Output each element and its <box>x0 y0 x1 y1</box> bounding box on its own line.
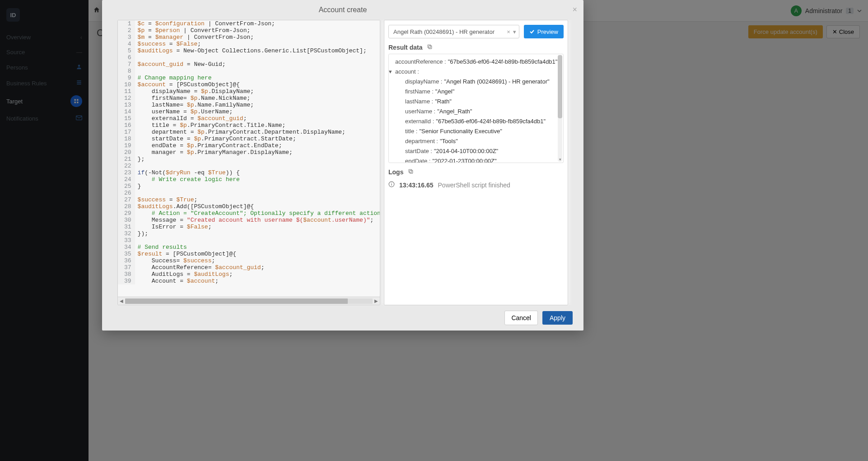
result-value: "2014-04-10T00:00:00Z" <box>434 147 498 156</box>
result-scrollbar[interactable]: ▾ <box>558 55 562 162</box>
result-value: "67be53d6-ef06-424f-b89b-fb859cfa4db1" <box>448 57 558 66</box>
svg-rect-9 <box>429 46 432 49</box>
result-row: department : "Tools" <box>392 136 561 146</box>
result-value: "Angel_Rath" <box>437 107 472 116</box>
preview-panel: Angel Rath (00248691) - HR generator × ▾… <box>384 20 568 305</box>
result-value: "Senior Functionality Executive" <box>419 127 502 136</box>
chevron-down-icon[interactable]: ▾ <box>513 28 516 35</box>
info-icon <box>388 181 395 189</box>
svg-rect-14 <box>391 184 392 186</box>
result-key: userName : <box>405 107 435 116</box>
modal-account-create: Account create × 12345678910111213141516… <box>102 0 583 331</box>
result-key: displayName : <box>405 77 442 86</box>
logs-box: 13:43:16.65 PowerShell script finished <box>388 178 564 191</box>
result-value: "Angel Rath (00248691) - HR generator" <box>444 77 549 86</box>
apply-button[interactable]: Apply <box>542 311 573 325</box>
result-key: accountReference : <box>395 57 446 66</box>
check-icon <box>529 29 535 34</box>
preview-button-label: Preview <box>537 28 558 35</box>
preview-button[interactable]: Preview <box>524 25 564 38</box>
result-key: department : <box>405 137 438 146</box>
scroll-down-icon[interactable]: ▾ <box>558 157 562 162</box>
result-value: "67be53d6-ef06-424f-b89b-fb859cfa4db1" <box>436 117 546 126</box>
svg-rect-10 <box>428 45 431 48</box>
clear-icon[interactable]: × <box>507 28 510 35</box>
scrollbar-thumb[interactable] <box>125 298 348 304</box>
caret-icon[interactable]: ▾ <box>389 67 393 76</box>
result-key: lastName : <box>405 97 433 106</box>
result-row: title : "Senior Functionality Executive" <box>392 126 561 136</box>
result-key: firstName : <box>405 87 434 96</box>
result-value: "Tools" <box>440 137 458 146</box>
result-row: endDate : "2022-01-23T00:00:00Z" <box>392 156 561 163</box>
scroll-left-icon[interactable]: ◀ <box>118 298 125 303</box>
result-row: externalId : "67be53d6-ef06-424f-b89b-fb… <box>392 116 561 126</box>
person-select-label: Angel Rath (00248691) - HR generator <box>393 28 495 35</box>
result-row: lastName : "Rath" <box>392 97 561 107</box>
logs-title: Logs <box>388 168 403 176</box>
modal-header: Account create × <box>102 0 583 20</box>
log-time: 13:43:16.65 <box>399 182 434 189</box>
horizontal-scrollbar[interactable]: ◀ ▶ <box>118 297 380 305</box>
result-row: displayName : "Angel Rath (00248691) - H… <box>392 77 561 87</box>
result-data-title: Result data <box>388 44 422 51</box>
modal-footer: Cancel Apply <box>102 305 583 331</box>
code-editor[interactable]: 1234567891011121314151617181920212223242… <box>117 20 380 305</box>
result-row: startDate : "2014-04-10T00:00:00Z" <box>392 146 561 156</box>
svg-rect-11 <box>410 170 413 173</box>
result-scrollbar-thumb[interactable] <box>558 55 562 118</box>
modal-title: Account create <box>319 6 367 14</box>
result-value: "Angel" <box>435 87 454 96</box>
log-message: PowerShell script finished <box>438 182 510 189</box>
log-row: 13:43:16.65 PowerShell script finished <box>388 178 564 191</box>
copy-logs-icon[interactable] <box>408 168 414 176</box>
svg-rect-15 <box>391 183 392 183</box>
modal-body: 1234567891011121314151617181920212223242… <box>102 20 583 305</box>
result-value: "2022-01-23T00:00:00Z" <box>432 157 496 163</box>
code-gutter: 1234567891011121314151617181920212223242… <box>118 20 135 284</box>
modal-close-button[interactable]: × <box>572 5 577 14</box>
result-data-box[interactable]: accountReference : "67be53d6-ef06-424f-b… <box>388 54 564 163</box>
result-row: accountReference : "67be53d6-ef06-424f-b… <box>392 57 561 67</box>
result-key: externalId : <box>405 117 434 126</box>
result-key: startDate : <box>405 147 432 156</box>
result-key: endDate : <box>405 157 430 163</box>
cancel-button[interactable]: Cancel <box>504 311 538 325</box>
code-text[interactable]: $c = $configuration | ConvertFrom-Json;$… <box>135 20 380 284</box>
result-value: "Rath" <box>435 97 452 106</box>
svg-rect-12 <box>409 169 412 172</box>
scroll-right-icon[interactable]: ▶ <box>373 298 380 303</box>
result-row: ▾account : <box>392 67 561 77</box>
result-key: title : <box>405 127 417 136</box>
person-select[interactable]: Angel Rath (00248691) - HR generator × ▾ <box>388 25 519 38</box>
result-row: firstName : "Angel" <box>392 87 561 97</box>
result-row: userName : "Angel_Rath" <box>392 107 561 116</box>
result-key: account : <box>395 67 419 76</box>
copy-result-icon[interactable] <box>427 44 433 51</box>
